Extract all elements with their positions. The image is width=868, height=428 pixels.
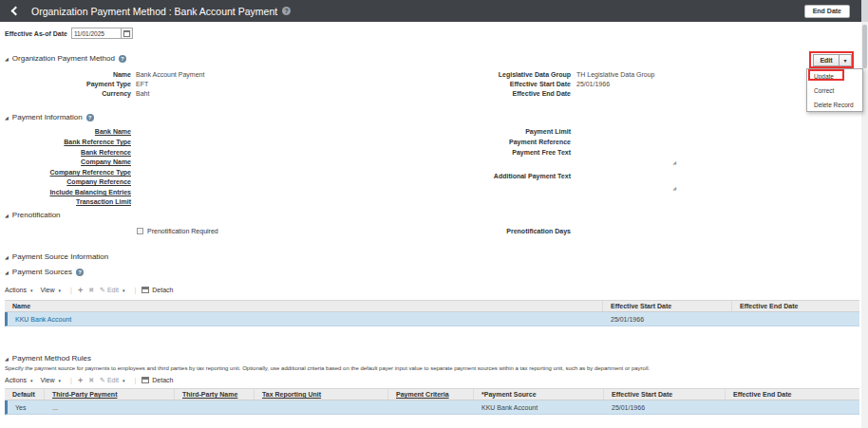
add-icon[interactable]: + xyxy=(78,286,83,295)
column-header-effective-start-date[interactable]: Effective Start Date xyxy=(603,301,732,311)
chevron-down-icon[interactable]: ▾ xyxy=(123,288,125,293)
section-title: Payment Method Rules xyxy=(12,354,91,363)
section-expand-icon[interactable]: ◢ xyxy=(5,213,9,218)
section-expand-icon[interactable]: ◢ xyxy=(5,254,9,260)
section-title: Organization Payment Method xyxy=(12,54,115,63)
column-header-third-party-payment[interactable]: Third-Party Payment xyxy=(45,389,175,400)
legislative-data-group-label: Legislative Data Group xyxy=(418,70,571,80)
detach-button[interactable]: Detach xyxy=(152,377,173,383)
resize-handle-icon[interactable]: ◢ xyxy=(672,186,676,191)
chevron-down-icon[interactable]: ▾ xyxy=(30,288,33,293)
row-effective-start-date: 25/01/1966 xyxy=(603,312,732,326)
name-value: Bank Account Payment xyxy=(136,70,204,80)
payment-method-rules-toolbar: Actions▾ View▾ | + ✖ ✎ Edit▾ | Detach xyxy=(5,374,177,386)
add-icon[interactable]: + xyxy=(78,376,83,385)
section-payment-sources: ◢ Payment Sources ? xyxy=(5,268,84,276)
row-payment-criteria xyxy=(388,400,474,414)
table-row[interactable]: KKU Bank Account 25/01/1966 xyxy=(5,312,859,326)
table-row[interactable]: Yes ... KKU Bank Account 25/01/1966 xyxy=(5,400,859,415)
detach-icon[interactable] xyxy=(142,377,149,383)
currency-label: Currency xyxy=(5,89,131,99)
menu-item-delete-record[interactable]: Delete Record xyxy=(807,98,862,112)
effective-end-date-label: Effective End Date xyxy=(418,89,571,99)
payment-sources-table: Name Effective Start Date Effective End … xyxy=(5,300,859,326)
section-help-icon[interactable]: ? xyxy=(119,55,126,63)
top-bar: Organization Payment Method : Bank Accou… xyxy=(0,0,861,22)
back-icon[interactable] xyxy=(11,7,21,16)
page-help-icon[interactable]: ? xyxy=(282,7,291,15)
edit-button[interactable]: Edit xyxy=(813,54,840,66)
section-payment-information: ◢ Payment Information ? xyxy=(5,113,94,121)
edit-dropdown-arrow[interactable]: ▾ xyxy=(840,54,852,66)
row-third-party-payment: ... xyxy=(45,400,175,414)
edit-row-button[interactable]: Edit xyxy=(107,377,119,383)
effective-date-label: Effective As-of Date xyxy=(5,30,67,37)
delete-icon[interactable]: ✖ xyxy=(88,287,94,294)
view-menu[interactable]: View xyxy=(40,377,54,383)
edit-row-button[interactable]: Edit xyxy=(107,287,119,293)
calendar-button[interactable] xyxy=(121,28,133,39)
view-menu[interactable]: View xyxy=(40,287,54,293)
section-help-icon[interactable]: ? xyxy=(86,114,94,121)
row-effective-end-date xyxy=(732,312,859,326)
legislative-data-group-value: TH Legislative Data Group xyxy=(576,70,654,80)
column-header-name[interactable]: Name xyxy=(5,301,603,311)
row-payment-source: KKU Bank Account xyxy=(474,400,604,414)
column-header-effective-start-date[interactable]: Effective Start Date xyxy=(604,389,726,400)
column-header-tax-reporting-unit[interactable]: Tax Reporting Unit xyxy=(255,389,388,400)
effective-start-date-value: 25/01/1966 xyxy=(576,80,610,89)
edit-pencil-icon[interactable]: ✎ xyxy=(100,287,105,294)
include-balancing-entries-label: Include Balancing Entries xyxy=(5,188,131,197)
chevron-down-icon[interactable]: ▾ xyxy=(123,378,125,383)
column-header-effective-end-date[interactable]: Effective End Date xyxy=(732,301,859,311)
section-title: Payment Information xyxy=(12,113,83,121)
chevron-down-icon[interactable]: ▾ xyxy=(59,378,62,383)
detach-icon[interactable] xyxy=(142,287,149,293)
actions-menu[interactable]: Actions xyxy=(5,377,27,383)
section-expand-icon[interactable]: ◢ xyxy=(5,115,9,121)
row-effective-start-date: 25/01/1966 xyxy=(604,400,726,414)
row-effective-end-date xyxy=(726,400,859,414)
additional-payment-text-textarea[interactable]: ◢ xyxy=(576,171,676,191)
effective-date-row: Effective As-of Date xyxy=(5,28,133,39)
menu-item-update[interactable]: Update xyxy=(807,69,862,84)
section-prenotification: ◢ Prenotification xyxy=(5,211,61,219)
section-payment-method-rules: ◢ Payment Method Rules xyxy=(5,354,91,363)
prenotification-days-label: Prenotification Days xyxy=(418,227,571,236)
bank-reference-type-label: Bank Reference Type xyxy=(5,138,131,147)
actions-menu[interactable]: Actions xyxy=(5,287,27,293)
section-expand-icon[interactable]: ◢ xyxy=(5,356,9,362)
section-title: Payment Source Information xyxy=(12,252,108,261)
column-header-payment-criteria[interactable]: Payment Criteria xyxy=(388,389,474,400)
calendar-icon xyxy=(123,30,130,37)
column-header-effective-end-date[interactable]: Effective End Date xyxy=(726,389,859,400)
edit-pencil-icon[interactable]: ✎ xyxy=(100,377,105,384)
column-header-payment-source[interactable]: *Payment Source xyxy=(474,389,604,400)
menu-item-correct[interactable]: Correct xyxy=(807,84,862,98)
chevron-down-icon[interactable]: ▾ xyxy=(59,288,62,293)
section-title: Payment Sources xyxy=(12,268,72,276)
effective-date-input[interactable] xyxy=(71,28,121,39)
toolbar-separator: | xyxy=(134,377,136,383)
payment-method-rules-description: Specify the payment source for payments … xyxy=(5,365,650,371)
column-header-default[interactable]: Default xyxy=(5,389,45,400)
chevron-down-icon[interactable]: ▾ xyxy=(30,378,33,383)
company-reference-type-label: Company Reference Type xyxy=(5,168,131,177)
payment-source-name-link[interactable]: KKU Bank Account xyxy=(8,312,603,326)
payment-method-rules-table: Default Third-Party Payment Third-Party … xyxy=(5,388,859,415)
section-expand-icon[interactable]: ◢ xyxy=(5,56,9,62)
scrollbar-thumb[interactable] xyxy=(862,25,867,68)
resize-handle-icon[interactable]: ◢ xyxy=(672,160,676,165)
payment-free-text-textarea[interactable]: ◢ xyxy=(576,145,676,165)
end-date-button[interactable]: End Date xyxy=(804,5,850,18)
column-header-third-party-name[interactable]: Third-Party Name xyxy=(175,389,255,400)
detach-button[interactable]: Detach xyxy=(152,287,173,293)
prenotification-required-checkbox[interactable] xyxy=(137,228,143,234)
scrollbar-corner xyxy=(861,0,868,22)
section-payment-source-information: ◢ Payment Source Information xyxy=(5,252,108,261)
toolbar-separator: | xyxy=(70,377,72,383)
section-expand-icon[interactable]: ◢ xyxy=(5,270,9,275)
bank-reference-label: Bank Reference xyxy=(5,148,131,158)
section-help-icon[interactable]: ? xyxy=(76,269,84,276)
delete-icon[interactable]: ✖ xyxy=(88,377,94,384)
